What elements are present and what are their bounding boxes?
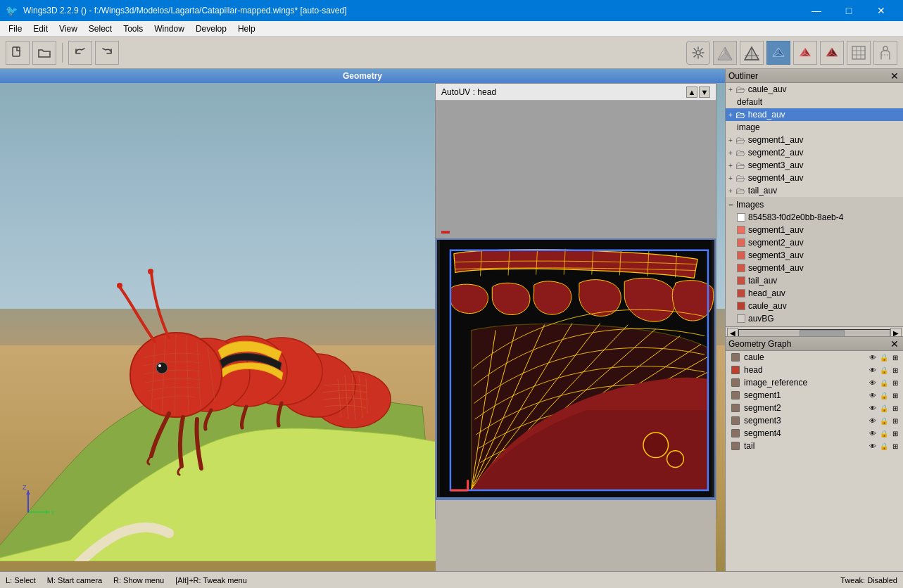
visibility-icon-seg3[interactable]: 👁 bbox=[868, 416, 878, 426]
expand-tail-icon[interactable]: + bbox=[728, 187, 733, 195]
image-item-3[interactable]: segment2_auv bbox=[734, 236, 903, 249]
redo-button[interactable] bbox=[95, 41, 119, 65]
expand-caule-icon[interactable]: + bbox=[728, 86, 733, 94]
scroll-left-arrow[interactable]: ◀ bbox=[727, 328, 738, 337]
visibility-icon-seg4[interactable]: 👁 bbox=[868, 428, 878, 438]
menu-view[interactable]: View bbox=[53, 23, 83, 35]
extra-icon-seg3[interactable]: ⊞ bbox=[890, 416, 900, 426]
open-button[interactable] bbox=[32, 41, 56, 65]
lock-icon-caule[interactable]: 🔒 bbox=[879, 352, 889, 362]
menu-window[interactable]: Window bbox=[149, 23, 190, 35]
scroll-thumb[interactable] bbox=[800, 330, 845, 337]
expand-head-icon[interactable]: + bbox=[728, 111, 733, 119]
menu-edit[interactable]: Edit bbox=[27, 23, 53, 35]
geom-item-image-ref[interactable]: image_reference 👁 🔒 ⊞ bbox=[726, 376, 903, 389]
outliner-item-segment1[interactable]: + 🗁 segment1_auv bbox=[726, 134, 903, 146]
scroll-track[interactable] bbox=[738, 329, 890, 337]
lock-icon-imgref[interactable]: 🔒 bbox=[879, 378, 889, 388]
undo-button[interactable] bbox=[68, 41, 92, 65]
svg-text:Y: Y bbox=[51, 509, 55, 516]
image-item-8[interactable]: caule_auv bbox=[734, 300, 903, 312]
solid-cube-button[interactable] bbox=[793, 41, 817, 65]
wireframe-button[interactable] bbox=[740, 41, 764, 65]
maximize-button[interactable]: □ bbox=[833, 0, 865, 21]
visibility-icon-seg1[interactable]: 👁 bbox=[868, 390, 878, 400]
extra-icon-tail[interactable]: ⊞ bbox=[890, 441, 900, 451]
geom-item-tail[interactable]: tail 👁 🔒 ⊞ bbox=[726, 440, 903, 452]
outliner-item-segment3[interactable]: + 🗁 segment3_auv bbox=[726, 159, 903, 172]
close-button[interactable]: ✕ bbox=[865, 0, 897, 21]
expand-seg2-icon[interactable]: + bbox=[728, 149, 733, 157]
outliner-item-segment2[interactable]: + 🗁 segment2_auv bbox=[726, 146, 903, 159]
geom-item-segment1[interactable]: segment1 👁 🔒 ⊞ bbox=[726, 389, 903, 402]
image-item-1[interactable]: 854583-f0d2e0bb-8aeb-4 bbox=[734, 211, 903, 224]
geom-item-segment4[interactable]: segment4 👁 🔒 ⊞ bbox=[726, 427, 903, 440]
image-item-4[interactable]: segment3_auv bbox=[734, 249, 903, 262]
expand-seg1-icon[interactable]: + bbox=[728, 136, 733, 144]
extra-icon-seg2[interactable]: ⊞ bbox=[890, 403, 900, 413]
lock-icon-seg1[interactable]: 🔒 bbox=[879, 390, 889, 400]
geom-color-seg3 bbox=[731, 416, 740, 425]
extra-icon-imgref[interactable]: ⊞ bbox=[890, 378, 900, 388]
geom-item-head[interactable]: head 👁 🔒 ⊞ bbox=[726, 364, 903, 376]
outliner-item-tail[interactable]: + 🗁 tail_auv bbox=[726, 184, 903, 197]
outliner-item-image[interactable]: image bbox=[734, 121, 903, 134]
geom-item-segment2[interactable]: segment2 👁 🔒 ⊞ bbox=[726, 402, 903, 414]
geom-graph-close-button[interactable]: ✕ bbox=[889, 338, 900, 350]
image-item-6[interactable]: tail_auv bbox=[734, 274, 903, 287]
visibility-icon-tail[interactable]: 👁 bbox=[868, 441, 878, 451]
outliner-item-head-auv[interactable]: + 🗁 head_auv bbox=[726, 108, 903, 121]
figure-button[interactable] bbox=[873, 41, 897, 65]
uv-panel-scroll-up[interactable]: ▲ bbox=[686, 87, 697, 98]
image-item-2[interactable]: segment1_auv bbox=[734, 224, 903, 236]
lock-icon-head[interactable]: 🔒 bbox=[879, 365, 889, 375]
expand-seg3-icon[interactable]: + bbox=[728, 162, 733, 170]
outliner-close-button[interactable]: ✕ bbox=[889, 70, 900, 82]
status-r-menu: R: Show menu bbox=[113, 576, 164, 584]
image-item-7[interactable]: head_auv bbox=[734, 287, 903, 300]
scroll-right-arrow[interactable]: ▶ bbox=[890, 328, 902, 337]
extra-icon-seg1[interactable]: ⊞ bbox=[890, 390, 900, 400]
outliner-item-caule-auv[interactable]: + 🗁 caule_auv bbox=[726, 83, 903, 96]
image-item-5[interactable]: segment4_auv bbox=[734, 262, 903, 274]
perspective-cube-button[interactable] bbox=[766, 41, 790, 65]
dark-cube-button[interactable] bbox=[820, 41, 844, 65]
viewport[interactable]: Geometry 5551 edges selected bbox=[0, 69, 725, 571]
visibility-icon-head[interactable]: 👁 bbox=[868, 365, 878, 375]
menu-develop[interactable]: Develop bbox=[190, 23, 232, 35]
status-tweak: Tweak: Disabled bbox=[840, 576, 897, 584]
expand-images-icon[interactable]: − bbox=[728, 200, 733, 210]
outliner-item-default[interactable]: default bbox=[734, 96, 903, 108]
menu-tools[interactable]: Tools bbox=[118, 23, 149, 35]
extra-icon-head[interactable]: ⊞ bbox=[890, 365, 900, 375]
new-button[interactable] bbox=[6, 41, 30, 65]
grid-button[interactable] bbox=[847, 41, 871, 65]
outliner-item-segment4[interactable]: + 🗁 segment4_auv bbox=[726, 172, 903, 184]
menu-file[interactable]: File bbox=[3, 23, 27, 35]
expand-seg4-icon[interactable]: + bbox=[728, 174, 733, 182]
menu-help[interactable]: Help bbox=[232, 23, 261, 35]
lock-icon-tail[interactable]: 🔒 bbox=[879, 441, 889, 451]
extra-icon-seg4[interactable]: ⊞ bbox=[890, 428, 900, 438]
geom-item-segment3[interactable]: segment3 👁 🔒 ⊞ bbox=[726, 414, 903, 427]
visibility-icon-seg2[interactable]: 👁 bbox=[868, 403, 878, 413]
folder-icon-head: 🗁 bbox=[735, 109, 745, 120]
minimize-button[interactable]: — bbox=[800, 0, 833, 21]
extra-icon-caule[interactable]: ⊞ bbox=[890, 352, 900, 362]
lock-icon-seg3[interactable]: 🔒 bbox=[879, 416, 889, 426]
svg-marker-38 bbox=[26, 491, 30, 494]
toolbar-separator-1 bbox=[62, 43, 63, 63]
visibility-icon-caule[interactable]: 👁 bbox=[868, 352, 878, 362]
uv-panel-minimize[interactable]: ▼ bbox=[699, 87, 710, 98]
lock-icon-seg4[interactable]: 🔒 bbox=[879, 428, 889, 438]
geom-item-caule[interactable]: caule 👁 🔒 ⊞ bbox=[726, 351, 903, 364]
settings-button[interactable] bbox=[686, 41, 710, 65]
menu-select[interactable]: Select bbox=[83, 23, 118, 35]
status-l-select: L: Select bbox=[6, 576, 36, 584]
flat-shading-button[interactable] bbox=[713, 41, 737, 65]
geometry-titlebar: Geometry bbox=[0, 69, 725, 83]
lock-icon-seg2[interactable]: 🔒 bbox=[879, 403, 889, 413]
status-bar: L: Select M: Start camera R: Show menu [… bbox=[0, 571, 903, 588]
visibility-icon-imgref[interactable]: 👁 bbox=[868, 378, 878, 388]
image-item-9[interactable]: auvBG bbox=[734, 312, 903, 325]
